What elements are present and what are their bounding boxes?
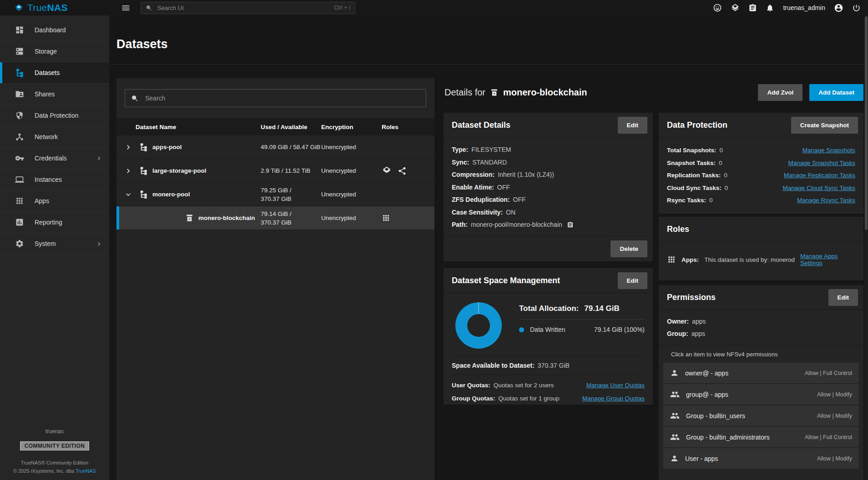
column-roles: Roles bbox=[382, 124, 434, 130]
edition-line: TrueNAS® Community Edition bbox=[0, 460, 109, 465]
truenas-logo[interactable]: TrueNAS bbox=[0, 2, 109, 13]
permission-item-builtin-administrators[interactable]: Group - builtin_administrators Allow | F… bbox=[663, 427, 859, 447]
sidebar-item-label: Shares bbox=[35, 90, 55, 98]
sidebar-item-instances[interactable]: Instances bbox=[0, 169, 109, 190]
chevron-right-icon[interactable] bbox=[124, 143, 135, 152]
chevron-down-icon[interactable] bbox=[124, 190, 135, 199]
sidebar: Dashboard Storage Datasets Shares Data P… bbox=[0, 15, 109, 480]
share-role-icon bbox=[398, 166, 407, 175]
truenas-stack-icon[interactable] bbox=[731, 3, 740, 12]
table-row-monero-blockchain[interactable]: monero-blockchain 79.14 GiB /370.37 GiB … bbox=[116, 206, 434, 230]
sidebar-item-reporting[interactable]: Reporting bbox=[0, 212, 109, 233]
key-icon bbox=[15, 154, 24, 163]
feedback-smiley-icon[interactable] bbox=[713, 3, 722, 12]
chevron-right-icon[interactable] bbox=[124, 166, 135, 175]
dataset-tree-panel: Dataset Name Used / Available Encryption… bbox=[116, 78, 434, 480]
roles-card: Roles Apps: This dataset is used by: mon… bbox=[659, 217, 863, 280]
detail-row-path: Path:monero-pool/monero-blockchain bbox=[452, 219, 645, 231]
jobs-clipboard-icon[interactable] bbox=[748, 4, 757, 12]
sidebar-item-label: Apps bbox=[35, 197, 49, 205]
manage-snapshot-tasks-link[interactable]: Manage Snapshot Tasks bbox=[788, 157, 855, 170]
divider bbox=[659, 345, 863, 345]
chevron-right-icon bbox=[95, 240, 103, 248]
sidebar-item-data-protection[interactable]: Data Protection bbox=[0, 105, 109, 126]
detail-row-compression: Compression:Inherit (1.10x (LZ4)) bbox=[452, 169, 645, 181]
user-quotas-row: User Quotas:Quotas set for 2 users Manag… bbox=[452, 379, 645, 392]
detail-row-dedup: ZFS Deduplication:OFF bbox=[452, 194, 645, 206]
group-row: Group:apps bbox=[659, 328, 863, 340]
tree-table-header: Dataset Name Used / Available Encryption… bbox=[116, 118, 434, 135]
permission-item-group[interactable]: group@ - apps Allow | Modify bbox=[663, 384, 859, 405]
global-search-box[interactable]: Ctrl + / bbox=[141, 2, 355, 14]
people-icon bbox=[670, 411, 680, 420]
add-dataset-button[interactable]: Add Dataset bbox=[809, 84, 863, 101]
manage-cloud-sync-tasks-link[interactable]: Manage Cloud Sync Tasks bbox=[782, 182, 855, 195]
bar-chart-icon bbox=[15, 218, 24, 227]
person-icon bbox=[670, 369, 679, 377]
header-divider bbox=[109, 64, 868, 65]
sidebar-item-shares[interactable]: Shares bbox=[0, 84, 109, 105]
sidebar-item-system[interactable]: System bbox=[0, 233, 109, 255]
dataset-bin-icon bbox=[490, 88, 499, 97]
edit-dataset-details-button[interactable]: Edit bbox=[618, 117, 648, 134]
copyright-line: © 2025 iXsystems, Inc. dba TrueNAS bbox=[0, 468, 109, 474]
sidebar-item-storage[interactable]: Storage bbox=[0, 41, 109, 62]
manage-user-quotas-link[interactable]: Manage User Quotas bbox=[586, 379, 645, 392]
card-title: Roles bbox=[667, 225, 689, 234]
manage-rsync-tasks-link[interactable]: Manage Rsync Tasks bbox=[797, 194, 855, 207]
manage-apps-settings-link[interactable]: Manage Apps Settings bbox=[800, 253, 855, 266]
edit-permissions-button[interactable]: Edit bbox=[828, 289, 858, 306]
permissions-card: Permissions Edit Owner:apps Group:apps C… bbox=[659, 285, 863, 480]
dataset-name: monero-pool bbox=[152, 191, 190, 198]
create-snapshot-button[interactable]: Create Snapshot bbox=[791, 117, 858, 134]
roles-cell bbox=[382, 214, 434, 222]
manage-snapshots-link[interactable]: Manage Snapshots bbox=[802, 144, 855, 157]
table-row-large-storage-pool[interactable]: large-storage-pool 2.9 TiB / 11.52 TiB U… bbox=[116, 159, 434, 183]
laptop-icon bbox=[15, 175, 24, 184]
sidebar-item-credentials[interactable]: Credentials bbox=[0, 148, 109, 169]
permission-item-user-apps[interactable]: User - apps Allow | Modify bbox=[663, 448, 859, 469]
used-available: 2.9 TiB / 11.52 TiB bbox=[261, 166, 321, 175]
pool-tree-icon bbox=[139, 190, 148, 199]
global-search-input[interactable] bbox=[156, 4, 330, 12]
sidebar-item-label: Data Protection bbox=[35, 112, 79, 119]
card-title: Data Protection bbox=[667, 120, 727, 130]
dashboard-icon bbox=[15, 25, 24, 35]
table-row-monero-pool[interactable]: monero-pool 79.25 GiB /370.37 GiB Unencr… bbox=[116, 183, 434, 206]
protection-row-snapshot-tasks: Snapshot Tasks:0Manage Snapshot Tasks bbox=[667, 157, 855, 170]
pool-tree-icon bbox=[139, 143, 148, 151]
sidebar-item-label: Storage bbox=[35, 48, 57, 55]
sidebar-item-datasets[interactable]: Datasets bbox=[0, 62, 109, 84]
column-used-available: Used / Available bbox=[261, 123, 321, 131]
roles-cell bbox=[382, 166, 434, 176]
notifications-bell-icon[interactable] bbox=[766, 4, 774, 12]
manage-group-quotas-link[interactable]: Manage Group Quotas bbox=[582, 392, 645, 405]
sidebar-item-apps[interactable]: Apps bbox=[0, 190, 109, 212]
pool-tree-icon bbox=[139, 166, 148, 175]
account-circle-icon[interactable] bbox=[834, 3, 843, 13]
add-zvol-button[interactable]: Add Zvol bbox=[758, 84, 802, 101]
delete-dataset-button[interactable]: Delete bbox=[611, 240, 647, 257]
copy-path-icon[interactable] bbox=[567, 221, 574, 228]
scrollbar-thumb[interactable] bbox=[865, 16, 868, 230]
table-row-apps-pool[interactable]: apps-pool 49.09 GiB / 58.47 GiB Unencryp… bbox=[116, 135, 434, 159]
dataset-search-box[interactable] bbox=[125, 89, 426, 107]
edit-space-button[interactable]: Edit bbox=[618, 272, 648, 289]
manage-replication-tasks-link[interactable]: Manage Replication Tasks bbox=[784, 169, 855, 182]
hamburger-menu-icon[interactable] bbox=[121, 3, 131, 13]
detail-row-atime: Enable Atime:OFF bbox=[452, 181, 645, 194]
permission-item-builtin-users[interactable]: Group - builtin_users Allow | Modify bbox=[663, 405, 859, 426]
sidebar-item-dashboard[interactable]: Dashboard bbox=[0, 20, 109, 41]
gear-icon bbox=[15, 239, 24, 248]
apps-role-icon bbox=[382, 166, 392, 176]
dataset-search-input[interactable] bbox=[144, 94, 420, 102]
permission-item-owner[interactable]: owner@ - apps Allow | Full Control bbox=[663, 363, 859, 383]
power-icon[interactable] bbox=[852, 4, 861, 12]
sidebar-item-label: Credentials bbox=[35, 155, 67, 162]
dataset-name: large-storage-pool bbox=[152, 167, 207, 174]
encryption-state: Unencrypted bbox=[321, 215, 382, 221]
hostname-label: truenas bbox=[0, 428, 109, 435]
datasets-tree-icon bbox=[15, 68, 24, 77]
truenas-link[interactable]: TrueNAS bbox=[76, 468, 96, 474]
sidebar-item-network[interactable]: Network bbox=[0, 126, 109, 148]
